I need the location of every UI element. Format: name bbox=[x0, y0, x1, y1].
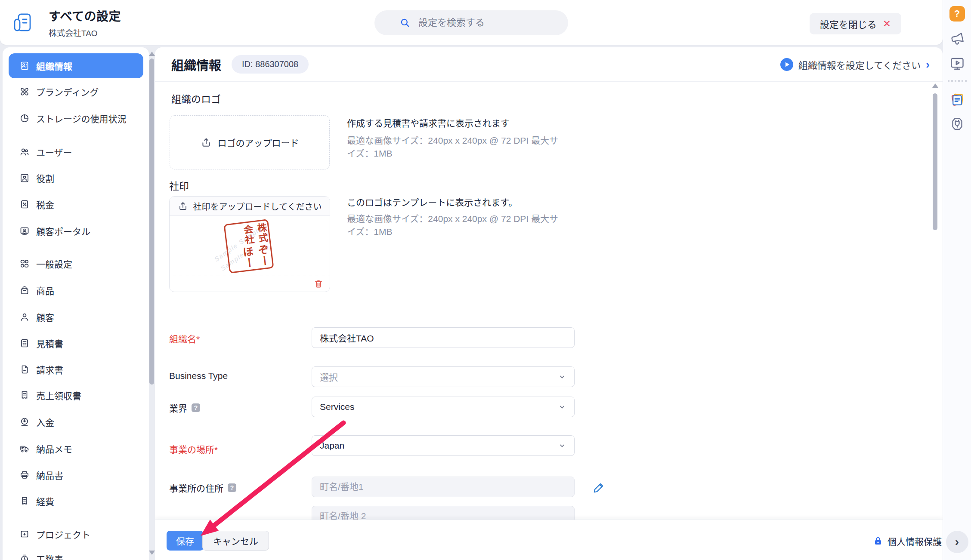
close-settings-button[interactable]: 設定を閉じる ✕ bbox=[810, 13, 901, 34]
sidebar-item-storage-usage[interactable]: ストレージの使用状況 bbox=[3, 109, 149, 128]
chevron-down-icon bbox=[558, 441, 566, 450]
sidebar-item-customer-portal[interactable]: 顧客ポータル bbox=[3, 222, 149, 240]
top-header: すべての設定 株式会社TAO 設定を閉じる ✕ bbox=[0, 0, 943, 45]
sidebar-item-general-settings[interactable]: 一般設定 bbox=[3, 254, 149, 273]
sales-receipts-icon bbox=[19, 390, 30, 400]
section-title: 組織情報 bbox=[171, 55, 221, 74]
sidebar-item-taxes[interactable]: 税金 bbox=[3, 195, 149, 214]
org-profile-panel: 組織情報 ID: 886307008 組織情報を設定してください › 組織のロゴ… bbox=[155, 47, 943, 560]
sidebar-item-expenses[interactable]: 経費 bbox=[3, 492, 149, 511]
roles-icon bbox=[19, 173, 30, 183]
sidebar-scroll-down-arrow[interactable] bbox=[149, 551, 155, 555]
sidebar-item-branding[interactable]: ブランディング bbox=[3, 82, 149, 101]
org-id-badge: ID: 886307008 bbox=[232, 55, 309, 74]
action-bar: 保存 キャンセル 個人情報保護につ bbox=[155, 520, 943, 560]
sidebar-scrollbar-thumb[interactable] bbox=[149, 58, 154, 385]
org-name-input[interactable] bbox=[312, 327, 575, 348]
sidebar-item-roles[interactable]: 役割 bbox=[3, 169, 149, 188]
play-circle-icon bbox=[780, 58, 793, 71]
delivery-memo-icon bbox=[19, 443, 30, 454]
video-tutorials-icon[interactable] bbox=[949, 56, 965, 71]
main-scrollbar-thumb[interactable] bbox=[933, 93, 937, 230]
delivery-note-icon bbox=[19, 470, 30, 480]
address-line1-input[interactable] bbox=[312, 477, 575, 497]
company-seal-image: 株式会社 ぞーほー bbox=[223, 219, 274, 274]
delete-seal-button[interactable] bbox=[313, 279, 324, 289]
org-info-icon bbox=[19, 61, 30, 71]
help-icon[interactable]: ? bbox=[228, 483, 236, 492]
setup-org-link[interactable]: 組織情報を設定してください › bbox=[780, 47, 930, 82]
projects-icon bbox=[19, 529, 30, 539]
customer-portal-icon bbox=[19, 226, 30, 236]
form-divider bbox=[169, 306, 717, 306]
org-name-label: 組織名* bbox=[169, 332, 200, 345]
industry-label: 業界 ? bbox=[169, 401, 200, 414]
sidebar-item-delivery-note[interactable]: 納品書 bbox=[3, 465, 149, 484]
branding-icon bbox=[19, 86, 30, 97]
sidebar-item-projects[interactable]: プロジェクト bbox=[3, 525, 149, 544]
page-title: すべての設定 bbox=[49, 7, 121, 24]
edit-address-button[interactable] bbox=[593, 481, 606, 494]
storage-usage-icon bbox=[19, 113, 30, 123]
users-icon bbox=[19, 147, 30, 157]
announcements-icon[interactable] bbox=[949, 31, 965, 46]
header-divider bbox=[39, 12, 39, 33]
main-scroll-up-arrow[interactable] bbox=[932, 83, 938, 88]
main-scrollbar[interactable] bbox=[932, 83, 938, 520]
sidebar-item-sales-receipts[interactable]: 売上領収書 bbox=[3, 386, 149, 405]
seal-card: 社印をアップロードしてください Sample Sample Sample 株式会… bbox=[169, 196, 330, 292]
sidebar-item-timesheet[interactable]: 工数表 bbox=[3, 549, 149, 560]
chevron-right-icon: › bbox=[926, 58, 930, 71]
documents-icon[interactable] bbox=[949, 91, 965, 107]
logo-size-hint: 最適な画像サイズ：240px x 240px @ 72 DPI 最大サイズ：1M… bbox=[347, 134, 564, 160]
customers-icon bbox=[19, 312, 30, 322]
save-button[interactable]: 保存 bbox=[167, 531, 204, 551]
sidebar-scrollbar[interactable] bbox=[149, 48, 155, 558]
sidebar-item-products[interactable]: 商品 bbox=[3, 281, 149, 300]
chevron-down-icon bbox=[558, 403, 566, 411]
seal-size-hint: 最適な画像サイズ：240px x 240px @ 72 DPI 最大サイズ：1M… bbox=[347, 212, 564, 238]
general-settings-icon bbox=[19, 258, 30, 269]
search-input[interactable] bbox=[418, 17, 539, 28]
business-location-select[interactable]: Japan bbox=[312, 435, 575, 456]
lock-icon bbox=[873, 536, 883, 546]
help-icon[interactable]: ? bbox=[192, 403, 200, 412]
sidebar-item-quotes[interactable]: 見積書 bbox=[3, 334, 149, 353]
sidebar-item-payments[interactable]: 入金 bbox=[3, 412, 149, 431]
pencil-icon bbox=[593, 481, 606, 494]
collapse-rail-button[interactable]: › bbox=[946, 531, 968, 553]
sidebar-item-customers[interactable]: 顧客 bbox=[3, 308, 149, 326]
settings-search[interactable] bbox=[374, 10, 568, 35]
integrations-icon[interactable] bbox=[949, 116, 965, 132]
settings-sidebar: 組織情報 ブランディング ストレージの使用状況 ユーザー 役割 税金 bbox=[3, 47, 149, 560]
logo-upload-box[interactable]: ロゴのアップロード bbox=[170, 115, 330, 169]
logo-section-heading: 組織のロゴ bbox=[171, 91, 221, 106]
sidebar-scroll-up-arrow[interactable] bbox=[149, 52, 155, 56]
cancel-button[interactable]: キャンセル bbox=[202, 531, 269, 551]
business-type-label: Business Type bbox=[169, 371, 228, 381]
taxes-icon bbox=[19, 199, 30, 209]
help-rail: ? › bbox=[943, 0, 971, 560]
search-icon bbox=[399, 17, 411, 28]
logo-description: 作成する見積書や請求書に表示されます bbox=[347, 116, 510, 129]
help-button[interactable]: ? bbox=[949, 6, 965, 22]
payments-icon bbox=[19, 417, 30, 427]
seal-upload-button[interactable]: 社印をアップロードしてください bbox=[170, 197, 330, 216]
business-location-label: 事業の場所* bbox=[169, 443, 218, 455]
privacy-link[interactable]: 個人情報保護につ bbox=[873, 535, 943, 548]
seal-description: このロゴはテンプレートに表示されます。 bbox=[347, 195, 517, 208]
products-icon bbox=[19, 285, 30, 295]
rail-divider-dots bbox=[948, 80, 967, 82]
sidebar-item-delivery-memo[interactable]: 納品メモ bbox=[3, 439, 149, 458]
seal-footer-row bbox=[170, 276, 330, 292]
sidebar-item-users[interactable]: ユーザー bbox=[3, 142, 149, 161]
quotes-icon bbox=[19, 338, 30, 348]
org-subtitle: 株式会社TAO bbox=[49, 27, 121, 38]
sidebar-item-invoices[interactable]: 請求書 bbox=[3, 360, 149, 379]
upload-icon bbox=[178, 201, 188, 211]
business-type-select[interactable]: 選択 bbox=[312, 366, 575, 387]
close-x-icon: ✕ bbox=[883, 18, 891, 30]
timesheet-icon bbox=[19, 554, 30, 560]
industry-select[interactable]: Services bbox=[312, 397, 575, 417]
sidebar-item-org-info[interactable]: 組織情報 bbox=[9, 53, 143, 78]
